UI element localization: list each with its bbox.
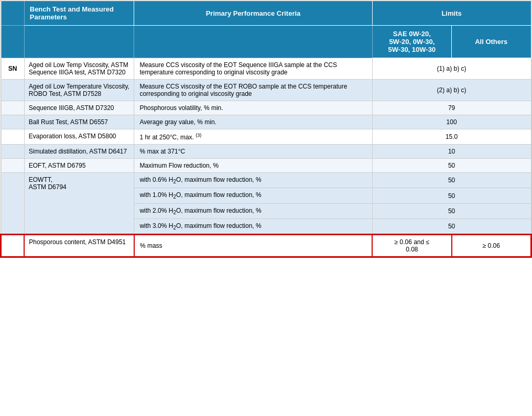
header-row-2: SAE 0W-20,5W-20, 0W-30,5W-30, 10W-30 All… <box>1 26 531 58</box>
limit-cell: (2) a) b) c) <box>372 80 531 101</box>
bench-cell: Aged oil Low Temperature Viscosity, ROBO… <box>24 80 134 101</box>
bench-cell: Evaporation loss, ASTM D5800 <box>24 129 134 145</box>
sn-cell <box>1 129 24 145</box>
sn-cell: SN <box>1 58 24 80</box>
limit-cell: (1) a) b) c) <box>372 58 531 80</box>
main-table-wrapper: Bench Test and Measured Parameters Prima… <box>0 0 532 258</box>
table-row: Aged oil Low Temperature Viscosity, ROBO… <box>1 80 531 101</box>
primary-cell: Maximum Flow reduction, % <box>134 159 372 173</box>
primary-cell: Phosphorous volatility, % min. <box>134 101 372 115</box>
header-others: All Others <box>452 26 531 58</box>
limit-cell: 15.0 <box>372 129 531 145</box>
sn-cell <box>1 145 24 159</box>
bench-cell: Phosporous content, ASTM D4951 <box>24 235 134 257</box>
bench-cell: EOWTT,ASTM D6794 <box>24 173 134 235</box>
limit-cell: 50 <box>372 203 531 218</box>
table-body: SN Aged oil Low Temp Viscosity, ASTM Seq… <box>1 58 531 257</box>
primary-cell: with 0.6% H2O, maximum flow reduction, % <box>134 173 372 188</box>
limit-cell: 79 <box>372 101 531 115</box>
header-bench: Bench Test and Measured Parameters <box>24 1 134 26</box>
data-table: Bench Test and Measured Parameters Prima… <box>1 1 531 257</box>
others-limit-cell: ≥ 0.06 <box>452 235 531 257</box>
sae-limit-cell: ≥ 0.06 and ≤0.08 <box>372 235 451 257</box>
bench-cell: EOFT, ASTM D6795 <box>24 159 134 173</box>
header-sn-blank <box>1 1 24 26</box>
table-row: SN Aged oil Low Temp Viscosity, ASTM Seq… <box>1 58 531 80</box>
primary-cell: with 1.0% H2O, maximum flow reduction, % <box>134 188 372 203</box>
limit-cell: 10 <box>372 145 531 159</box>
header-sae: SAE 0W-20,5W-20, 0W-30,5W-30, 10W-30 <box>372 26 451 58</box>
header-row-1: Bench Test and Measured Parameters Prima… <box>1 1 531 26</box>
sn-cell <box>1 80 24 101</box>
bench-cell: Simulated distillation, ASTM D6417 <box>24 145 134 159</box>
sn-cell <box>1 235 24 257</box>
bench-cell: Aged oil Low Temp Viscosity, ASTM Sequen… <box>24 58 134 80</box>
header-primary: Primary Performance Criteria <box>134 1 372 26</box>
sn-cell <box>1 173 24 235</box>
header-limits: Limits <box>372 1 531 26</box>
limit-cell: 100 <box>372 115 531 129</box>
primary-cell: 1 hr at 250°C, max. (3) <box>134 129 372 145</box>
primary-cell: with 3.0% H2O, maximum flow reduction, % <box>134 219 372 235</box>
table-row: EOFT, ASTM D6795 Maximum Flow reduction,… <box>1 159 531 173</box>
sn-cell <box>1 101 24 115</box>
table-row: Simulated distillation, ASTM D6417 % max… <box>1 145 531 159</box>
header-row2-blank1 <box>1 26 24 58</box>
primary-cell: Measure CCS viscosity of the EOT Sequenc… <box>134 58 372 80</box>
table-row: Sequence IIIGB, ASTM D7320 Phosphorous v… <box>1 101 531 115</box>
limit-cell: 50 <box>372 159 531 173</box>
primary-cell: with 2.0% H2O, maximum flow reduction, % <box>134 203 372 218</box>
bench-cell: Ball Rust Test, ASTM D6557 <box>24 115 134 129</box>
header-row2-blank2 <box>24 26 134 58</box>
table-row: Ball Rust Test, ASTM D6557 Average gray … <box>1 115 531 129</box>
primary-cell: Measure CCS viscosity of the EOT ROBO sa… <box>134 80 372 101</box>
bench-cell: Sequence IIIGB, ASTM D7320 <box>24 101 134 115</box>
sn-cell <box>1 159 24 173</box>
limit-cell: 50 <box>372 219 531 235</box>
table-row: EOWTT,ASTM D6794 with 0.6% H2O, maximum … <box>1 173 531 188</box>
limit-cell: 50 <box>372 188 531 203</box>
primary-cell: % mass <box>134 235 372 257</box>
table-row: Evaporation loss, ASTM D5800 1 hr at 250… <box>1 129 531 145</box>
limit-cell: 50 <box>372 173 531 188</box>
highlighted-row: Phosporous content, ASTM D4951 % mass ≥ … <box>1 235 531 257</box>
header-row2-blank3 <box>134 26 372 58</box>
sn-cell <box>1 115 24 129</box>
primary-cell: Average gray value, % min. <box>134 115 372 129</box>
primary-cell: % max at 371°C <box>134 145 372 159</box>
